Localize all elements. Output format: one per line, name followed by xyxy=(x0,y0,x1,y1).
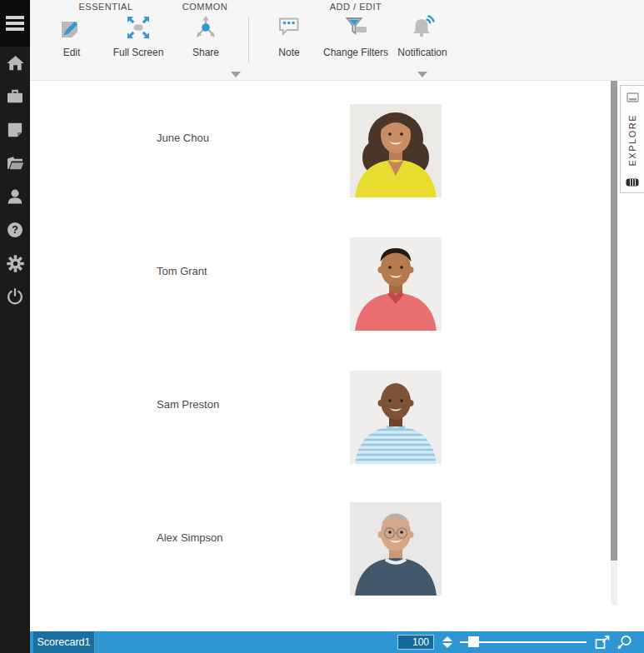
zoom-slider-track[interactable] xyxy=(465,641,587,643)
sidebar: ? xyxy=(0,0,30,653)
edit-pencil-icon xyxy=(57,13,86,42)
notification-dropdown-arrow[interactable] xyxy=(417,72,427,77)
hamburger-icon xyxy=(6,16,24,31)
scorecard-tab[interactable]: Scorecard1 xyxy=(33,631,95,653)
person-photo-tom-grant xyxy=(350,237,442,331)
app-window: ? xyxy=(0,0,644,653)
person-photo-alex-simpson xyxy=(350,502,442,596)
share-label: Share xyxy=(171,47,241,58)
group-label-common: COMMON xyxy=(182,2,227,12)
gear-icon xyxy=(5,253,26,274)
hamburger-menu-button[interactable] xyxy=(0,0,30,47)
notification-bell-icon xyxy=(408,13,437,42)
open-folder-icon xyxy=(5,153,25,173)
scorecard-tab-label: Scorecard1 xyxy=(37,636,91,648)
zoom-percent-input[interactable] xyxy=(397,635,434,650)
ribbon-toolbar: ESSENTIAL COMMON ADD / EDIT Edit xyxy=(30,0,644,81)
zoom-fit-icon[interactable] xyxy=(616,634,633,651)
stepper-down-icon[interactable] xyxy=(442,643,452,648)
change-filters-button[interactable]: Change Filters xyxy=(321,13,391,58)
note-label: Note xyxy=(254,47,324,58)
group-label-add-edit: ADD / EDIT xyxy=(330,2,382,12)
filter-funnel-icon xyxy=(342,13,370,42)
power-icon xyxy=(5,287,25,307)
person-name: June Chou xyxy=(157,132,209,144)
full-screen-button[interactable]: Full Screen xyxy=(103,13,173,58)
person-photo-sam-preston xyxy=(350,371,442,464)
note-bubble-icon xyxy=(275,13,303,42)
briefcase-icon xyxy=(5,87,25,107)
sidebar-item-explore-folder[interactable] xyxy=(0,150,30,177)
toolbar-divider xyxy=(248,17,249,62)
sidebar-item-notes[interactable] xyxy=(0,117,30,143)
zoom-slider-thumb[interactable] xyxy=(468,636,479,647)
explore-tab[interactable]: EXPLORE xyxy=(620,85,644,193)
window-icon xyxy=(627,92,639,102)
sidebar-item-help[interactable]: ? xyxy=(0,217,30,243)
user-icon xyxy=(5,187,25,207)
sidebar-item-logoff[interactable] xyxy=(0,283,30,310)
sidebar-item-profile[interactable] xyxy=(0,183,30,210)
explore-panel-strip: EXPLORE xyxy=(617,81,644,631)
scorecard-canvas: June Chou Tom Grant Sam Preston Alex Sim… xyxy=(30,81,611,631)
sidebar-item-settings[interactable] xyxy=(0,250,30,277)
help-icon: ? xyxy=(5,220,25,240)
notification-button[interactable]: Notification xyxy=(387,13,457,58)
notification-label: Notification xyxy=(387,47,457,58)
explore-tab-label: EXPLORE xyxy=(627,114,637,166)
actual-size-icon[interactable] xyxy=(594,634,612,651)
stepper-up-icon[interactable] xyxy=(442,636,452,641)
home-icon xyxy=(5,53,26,73)
person-name: Sam Preston xyxy=(157,398,219,411)
fullscreen-icon xyxy=(124,13,152,42)
status-bar: Scorecard1 xyxy=(30,631,644,653)
scrollbar-thumb[interactable] xyxy=(611,81,617,561)
share-button[interactable]: Share xyxy=(171,13,241,58)
zoom-stepper[interactable] xyxy=(441,635,454,650)
metric-set-icon xyxy=(626,178,639,187)
person-name: Alex Simpson xyxy=(157,531,222,544)
person-photo-june-chou xyxy=(350,104,442,197)
share-dropdown-arrow[interactable] xyxy=(231,72,241,77)
full-screen-label: Full Screen xyxy=(103,47,173,58)
edit-label: Edit xyxy=(37,47,107,58)
sidebar-item-home[interactable] xyxy=(0,50,30,77)
note-button[interactable]: Note xyxy=(254,13,324,58)
svg-text:?: ? xyxy=(12,224,18,236)
vertical-scrollbar[interactable] xyxy=(611,81,617,606)
note-page-icon xyxy=(5,120,25,140)
person-name: Tom Grant xyxy=(157,265,207,277)
sidebar-item-projects[interactable] xyxy=(0,83,30,110)
share-icon xyxy=(192,13,220,42)
edit-button[interactable]: Edit xyxy=(37,13,107,58)
change-filters-label: Change Filters xyxy=(321,47,391,58)
group-label-essential: ESSENTIAL xyxy=(78,2,132,12)
